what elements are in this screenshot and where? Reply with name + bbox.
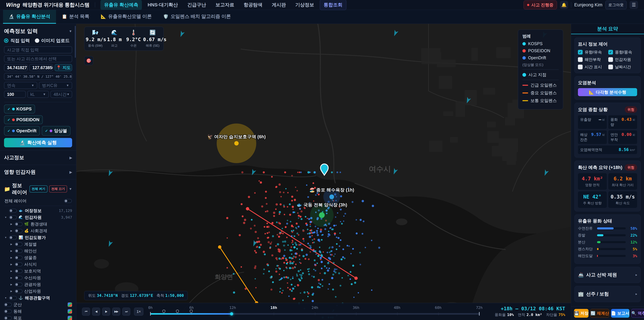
layer-toggle-관광자원[interactable] [15,282,22,286]
chevron-right-icon[interactable]: ▶ [10,263,13,266]
radio-direct-input[interactable]: 직접 입력 [4,38,30,44]
tab-유출유확산모델 이론[interactable]: 📐유출유확산모델 이론 [95,10,157,24]
skip-end-button[interactable]: ⏭ [122,307,130,316]
chevron-right-icon[interactable]: ▶ [10,243,13,245]
incident-name-input[interactable]: 사고명 직접 입력 [4,46,72,53]
nav-item-통합조회[interactable]: 통합조회 [320,0,346,10]
nav-item-유출유 확산예측[interactable]: 유출유 확산예측 [100,0,142,10]
display-option-풍향/풍속[interactable]: ✓풍향/풍속 [608,50,637,55]
unit-select[interactable]: kL ▼ [27,91,49,98]
layer-toggle-사회경제[interactable] [15,229,22,233]
step-back-button[interactable]: ◀ [92,307,100,316]
tab-분석 목록[interactable]: 📋분석 목록 [56,10,95,24]
logout-button[interactable]: 로그아웃 [606,1,626,9]
playback-speed-button[interactable]: 1× [134,307,144,316]
model-chip-앙상블[interactable]: ✓앙상블 [42,126,70,136]
layer-toggle-민감도평가[interactable] [9,236,17,239]
chevron-right-icon[interactable]: ▶ [10,229,13,232]
chevron-right-icon[interactable]: ▶ [10,223,13,225]
layer-style-swatch[interactable] [68,309,72,314]
radio-image-upload[interactable]: 이미지 업로드 [35,38,70,44]
model-chip-KOSPS[interactable]: ✓KOSPS [4,105,35,113]
layer-toggle-해경관할구역[interactable] [9,296,17,300]
checkbox-icon[interactable] [578,65,582,69]
layer-style-swatch[interactable] [68,316,72,320]
timeline-handle[interactable] [230,312,233,315]
layer-style-swatch[interactable] [68,302,72,307]
chevron-right-icon[interactable]: ▶ [10,283,13,286]
chevron-down-icon[interactable]: ▼ [4,296,8,299]
chevron-down-icon[interactable]: ▼ [4,236,8,239]
report-button[interactable]: 📄보고서 [611,309,630,318]
fast-forward-button[interactable]: ▶▶ [112,307,120,316]
longitude-input[interactable]: 127.673856994 [29,64,53,71]
recenter-target-button[interactable]: 🎯 [84,56,93,65]
checkbox-checked-icon[interactable]: ✓ [608,50,613,55]
timeline-slider[interactable]: 0h6h12h18h24h36h48h60h72h [150,305,479,318]
model-chip-POSEIDON[interactable]: ✓POSEIDON [4,115,43,124]
vessel-spec-card[interactable]: 🚢 사고 선박 제원 ▸ [574,267,641,283]
layer-toggle-산업자원[interactable] [15,289,22,293]
recalculate-button[interactable]: 🔄재계산 [590,309,609,318]
backtrack-button[interactable]: 🔍역추적 [631,309,644,318]
layer-toggle-서식지[interactable] [15,262,22,266]
predict-section-header[interactable]: 예측정보 입력 ▼ [4,28,72,35]
spill-mode-select[interactable]: 연속 ▼ [4,82,37,89]
chevron-right-icon[interactable]: ▶ [10,256,13,259]
layers-all-off-button[interactable]: 전체 끄기 [49,185,67,192]
layer-toggle-환경생태[interactable] [15,222,22,226]
checkbox-checked-icon[interactable]: ✓ [578,50,582,55]
nav-item-기상정보[interactable]: 기상정보 [292,0,318,10]
layer-toggle-민감자원[interactable] [9,215,17,219]
section-영향 민감자원[interactable]: 영향 민감자원▶ [0,165,76,179]
checkbox-icon[interactable] [608,57,613,62]
display-option-유향/유속[interactable]: ✓유향/유속 [578,50,607,55]
layer-toggle-계절별[interactable] [15,242,22,246]
display-option-민감자원[interactable]: 민감자원 [608,57,637,62]
oil-type-select[interactable]: 벙커C유 ▼ [39,82,72,89]
pick-on-map-button[interactable]: 📍 지도 [55,64,72,71]
chevron-down-icon[interactable]: ▼ [4,216,8,219]
insurance-card[interactable]: 🏢 선주 / 보험 ▸ [574,286,641,302]
skip-start-button[interactable]: ⏮ [82,307,90,316]
master-layer-toggle[interactable] [64,199,72,203]
layer-toggle-보호지역[interactable] [15,269,22,273]
model-chip-OpenDrift[interactable]: ✓OpenDrift [4,126,40,136]
layers-all-on-button[interactable]: 전체 켜기 [30,185,48,192]
nav-item-게시판[interactable]: 게시판 [268,0,290,10]
layer-toggle-어장정보[interactable] [9,209,17,213]
layer-toggle-군산[interactable] [4,303,12,306]
layer-toggle-목포[interactable] [4,316,12,320]
latitude-input[interactable]: 34.7418271295 [4,64,28,71]
notifications-button[interactable]: 🔔 [560,1,568,9]
layer-toggle-수산자원[interactable] [15,276,22,280]
tab-유출유 확산분석[interactable]: 🔬유출유 확산분석 [3,10,56,24]
chevron-right-icon[interactable]: ▶ [10,270,13,272]
polygon-analysis-button[interactable]: 📐 다각형 분석수행 [578,88,637,96]
display-option-해안부착[interactable]: 해안부착 [578,57,607,62]
sidebar-scrollbar[interactable] [75,26,76,58]
checkbox-icon[interactable] [578,57,582,62]
chevron-right-icon[interactable]: ▶ [10,276,13,279]
display-option-날짜시간[interactable]: 날짜시간 [608,64,637,70]
run-prediction-button[interactable]: 🔬 확산예측 실행 [4,138,72,147]
hamburger-menu-button[interactable]: ☰ [630,1,638,9]
tab-오일펜스 배치 알고리즘 이론[interactable]: 🛡️오일펜스 배치 알고리즘 이론 [158,10,237,24]
nav-item-보고자료[interactable]: 보고자료 [212,0,238,10]
nav-item-긴급구난[interactable]: 긴급구난 [184,0,210,10]
section-사고정보[interactable]: 사고정보▶ [0,150,76,165]
incident-list-select[interactable]: 또는 사고 리스트에서 선택 [4,55,72,62]
checkbox-icon[interactable] [608,65,613,69]
amount-input[interactable]: 100 [4,91,26,98]
layer-toggle-동해[interactable] [4,309,12,313]
map-area[interactable]: 여수시화양면🏖️ 종포 해수욕장 (1h)🐟 국동 전복 양식장 (3h)🦅 여… [76,24,571,320]
save-button[interactable]: 💾저장 [574,309,588,318]
duration-select[interactable]: 48시간 ▼ [50,91,72,98]
nav-item-항공탐색[interactable]: 항공탐색 [240,0,266,10]
layer-toggle-생물종[interactable] [15,256,22,260]
play-button[interactable]: ▶ [102,307,110,316]
nav-item-HNS·대기확산[interactable]: HNS·대기확산 [144,0,182,10]
chevron-right-icon[interactable]: ▶ [10,249,13,252]
layer-toggle-해안선[interactable] [15,249,22,253]
chevron-right-icon[interactable]: ▶ [10,290,13,292]
